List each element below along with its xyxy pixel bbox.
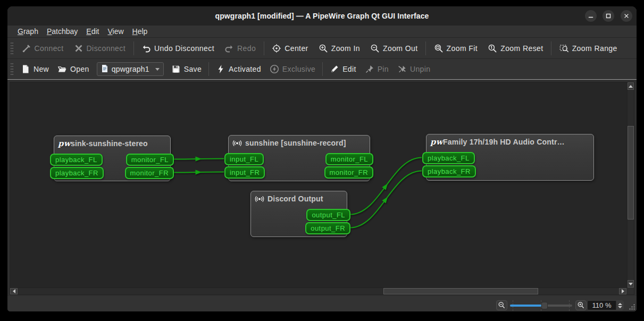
graph-node-sunshine[interactable]: sunshine [sunshine-record]input_FLinput_…	[228, 135, 370, 181]
zoom-out-icon	[370, 44, 380, 53]
patchbay-file-icon	[101, 64, 109, 74]
maximize-icon	[605, 13, 612, 19]
open-button[interactable]: Open	[53, 62, 94, 77]
undo-icon	[141, 44, 151, 53]
disconnect-button[interactable]: Disconnect	[69, 41, 130, 56]
vertical-scrollbar-handle[interactable]	[628, 126, 634, 219]
activated-icon	[216, 64, 225, 74]
close-button[interactable]	[621, 10, 632, 22]
zoom-reset-icon	[488, 44, 497, 53]
port-monitor_FR[interactable]: monitor_FR	[125, 167, 174, 179]
center-button[interactable]: Center	[267, 41, 314, 56]
speaker-icon	[255, 195, 264, 203]
port-playback_FL[interactable]: playback_FL	[422, 152, 475, 164]
center-icon	[272, 44, 281, 53]
zoom-out-slider-button[interactable]	[496, 300, 507, 310]
left-arrow-icon	[13, 289, 15, 293]
vertical-scrollbar[interactable]	[627, 82, 634, 288]
up-arrow-icon	[629, 85, 633, 88]
graph-canvas[interactable]: pwsink-sunshine-stereoplayback_FLplaybac…	[10, 82, 627, 288]
zoom-range-button[interactable]: Zoom Range	[554, 41, 622, 56]
menu-item-help[interactable]: Help	[128, 27, 152, 36]
button-label: Connect	[35, 44, 64, 53]
button-label: Pin	[378, 65, 389, 73]
horizontal-scrollbar-handle[interactable]	[383, 288, 538, 294]
port-playback_FL[interactable]: playback_FL	[50, 154, 103, 166]
spinbox-buttons[interactable]	[616, 301, 623, 310]
exclusive-button[interactable]: Exclusive	[265, 62, 320, 77]
resize-grip[interactable]	[628, 304, 635, 311]
zoom-reset-button[interactable]: Zoom Reset	[483, 41, 548, 56]
scroll-down-button[interactable]	[628, 280, 634, 288]
zoom-in-slider-button[interactable]	[575, 300, 587, 310]
port-playback_FR[interactable]: playback_FR	[422, 165, 476, 178]
minimize-button[interactable]	[585, 10, 597, 22]
patchbay-select[interactable]: qpwgraph1	[97, 62, 164, 76]
maximize-button[interactable]	[603, 10, 614, 22]
toolbar-handle[interactable]	[10, 43, 14, 54]
port-monitor_FL[interactable]: monitor_FL	[325, 153, 373, 165]
zoom-out-button[interactable]: Zoom Out	[365, 41, 423, 56]
pin-button[interactable]: Pin	[361, 62, 393, 77]
button-label: Exclusive	[282, 65, 315, 73]
edit-button[interactable]: Edit	[325, 62, 361, 77]
toolbar-handle[interactable]	[10, 63, 14, 75]
title-bar[interactable]: qpwgraph1 [modified] — A PipeWire Graph …	[7, 6, 637, 26]
port-output_FR[interactable]: output_FR	[305, 222, 350, 234]
save-button[interactable]: Save	[167, 62, 206, 77]
menu-item-edit[interactable]: Edit	[82, 27, 103, 36]
graph-node-discord[interactable]: Discord Outputoutput_FLoutput_FR	[250, 191, 347, 237]
menu-item-patchbay[interactable]: Patchbay	[43, 27, 82, 36]
zoom-in-button[interactable]: Zoom In	[313, 41, 365, 56]
connection-arrow	[195, 170, 202, 174]
new-button[interactable]: New	[16, 62, 53, 77]
connection-arrow	[382, 196, 389, 204]
down-arrow-icon	[629, 283, 633, 285]
slider-handle[interactable]	[541, 302, 548, 309]
scroll-right-button[interactable]	[619, 288, 626, 294]
menu-item-view[interactable]: View	[103, 27, 128, 36]
horizontal-scrollbar[interactable]	[10, 288, 627, 294]
zoom-in-icon	[319, 44, 328, 53]
port-playback_FR[interactable]: playback_FR	[50, 167, 104, 179]
central-area: pwsink-sunshine-stereoplayback_FLplaybac…	[7, 80, 637, 296]
button-label: Zoom Fit	[447, 44, 478, 53]
port-monitor_FL[interactable]: monitor_FL	[126, 154, 174, 166]
zoom-percent-value: 110 %	[588, 301, 616, 310]
zoom-percent-spinbox[interactable]: 110 %	[587, 300, 624, 310]
activated-button[interactable]: Activated	[212, 62, 265, 77]
scroll-left-button[interactable]	[10, 288, 18, 294]
toolbar-separator	[551, 41, 551, 55]
node-title-text: sunshine [sunshine-record]	[245, 139, 346, 147]
scroll-up-button[interactable]	[628, 82, 634, 90]
button-label: Activated	[229, 65, 261, 73]
spin-up-icon[interactable]	[618, 303, 622, 305]
button-label: Undo Disconnect	[154, 44, 214, 53]
menu-bar: GraphPatchbayEditViewHelp	[7, 26, 637, 37]
port-input_FR[interactable]: input_FR	[224, 166, 265, 179]
button-label: New	[34, 65, 49, 73]
undo-disconnect-button[interactable]: Undo Disconnect	[137, 41, 220, 56]
redo-button[interactable]: Redo	[219, 41, 261, 56]
port-input_FL[interactable]: input_FL	[224, 153, 264, 165]
chevron-down-icon	[155, 68, 160, 71]
connect-icon	[22, 44, 31, 53]
connection-sink-monitor_FR--sunshine-input_FR	[173, 172, 224, 173]
graph-node-sink[interactable]: pwsink-sunshine-stereoplayback_FLplaybac…	[54, 136, 171, 181]
button-label: Unpin	[410, 65, 430, 73]
connect-button[interactable]: Connect	[16, 41, 69, 56]
graph-node-family[interactable]: pwFamily 17h/19h HD Audio Contr…playback…	[426, 134, 594, 181]
menu-item-graph[interactable]: Graph	[13, 27, 43, 36]
spin-down-icon[interactable]	[618, 306, 622, 308]
right-arrow-icon	[622, 289, 624, 293]
port-output_FL[interactable]: output_FL	[306, 209, 350, 221]
zoom-range-icon	[559, 44, 569, 53]
redo-icon	[224, 44, 234, 53]
zoom-slider[interactable]	[510, 300, 572, 311]
connection-arrow	[382, 182, 389, 190]
zoom-fit-button[interactable]: Zoom Fit	[429, 41, 483, 56]
unpin-button[interactable]: Unpin	[393, 62, 434, 77]
port-monitor_FR[interactable]: monitor_FR	[324, 166, 373, 179]
connection-sink-monitor_FL--sunshine-input_FL	[173, 159, 224, 159]
disconnect-icon	[74, 44, 83, 53]
